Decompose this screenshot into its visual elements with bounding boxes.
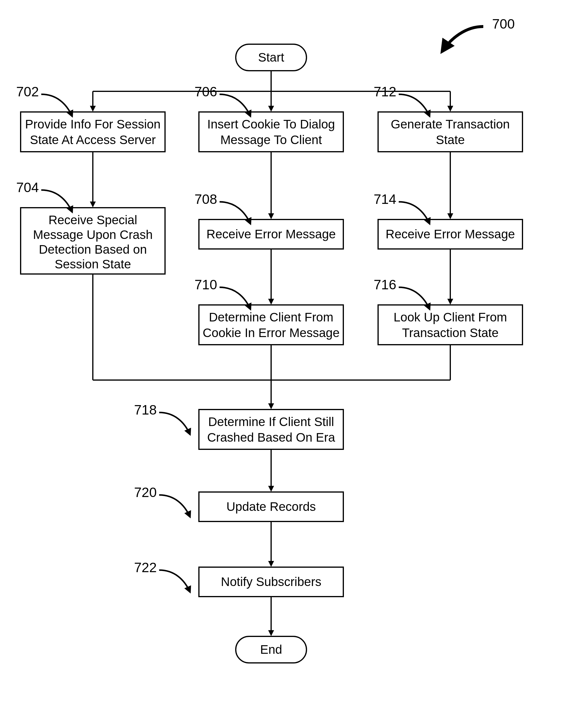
process-712-line2: State [436, 133, 465, 147]
process-708-line1: Receive Error Message [206, 227, 336, 241]
process-714-line1: Receive Error Message [386, 227, 515, 241]
process-704-line2: Message Upon Crash [33, 228, 153, 241]
process-704-line3: Detection Based on [39, 242, 147, 256]
process-704-line1: Receive Special [48, 213, 137, 227]
process-710-line2: Cookie In Error Message [203, 326, 340, 340]
figure-ref-label: 700 [492, 16, 515, 31]
ref-720: 720 [134, 485, 157, 500]
ref-706: 706 [195, 84, 217, 99]
figure-ref-arrow [442, 27, 483, 52]
process-702-line2: State At Access Server [30, 133, 156, 147]
ref-722-arrow [159, 570, 190, 592]
process-716-line1: Look Up Client From [394, 310, 507, 324]
ref-710: 710 [195, 277, 217, 292]
process-704-line4: Session State [54, 257, 131, 271]
process-702-line1: Provide Info For Session [25, 117, 160, 131]
ref-708: 708 [195, 191, 217, 207]
end-label: End [260, 643, 282, 656]
process-716-line2: Transaction State [402, 326, 499, 340]
ref-704: 704 [16, 180, 39, 195]
start-label: Start [258, 50, 284, 64]
process-722-line1: Notify Subscribers [221, 575, 322, 589]
ref-712: 712 [374, 84, 396, 99]
process-706-line1: Insert Cookie To Dialog [207, 117, 335, 131]
process-706-line2: Message To Client [220, 133, 322, 147]
process-712-line1: Generate Transaction [391, 117, 510, 131]
process-720-line1: Update Records [226, 500, 316, 514]
ref-716: 716 [374, 277, 396, 292]
process-718-line1: Determine If Client Still [208, 415, 334, 429]
ref-718: 718 [134, 402, 157, 417]
ref-722: 722 [134, 560, 157, 575]
ref-714: 714 [374, 191, 396, 207]
flowchart-diagram: 700 Start Provide Info For Session State… [0, 0, 577, 728]
ref-718-arrow [159, 413, 190, 435]
ref-720-arrow [159, 495, 190, 517]
process-718-line2: Crashed Based On Era [207, 431, 335, 444]
ref-702: 702 [16, 84, 39, 99]
process-710-line1: Determine Client From [209, 310, 333, 324]
